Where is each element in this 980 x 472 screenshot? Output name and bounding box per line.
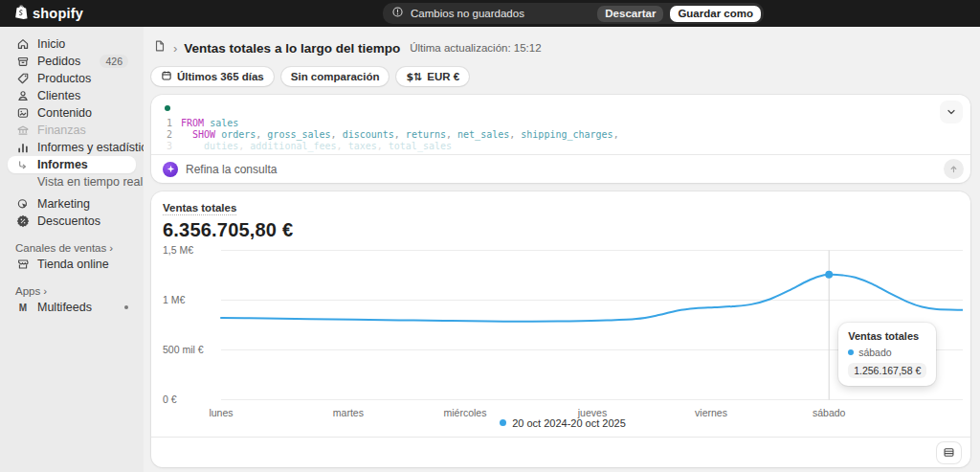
- unsaved-changes-label: Cambios no guardados: [411, 8, 590, 19]
- query-status-dot: [165, 105, 170, 111]
- discard-button[interactable]: Descartar: [597, 6, 663, 22]
- products-tag-icon: [15, 72, 30, 86]
- chart-card-footer: [151, 437, 970, 467]
- tooltip-series-label: sábado: [858, 347, 891, 358]
- svg-text:1 M€: 1 M€: [163, 294, 186, 305]
- sidebar-item-marketing[interactable]: Marketing: [8, 195, 136, 213]
- alert-circle-icon: [391, 5, 404, 22]
- page-header: › Ventas totales a lo largo del tiempo Ú…: [153, 39, 970, 56]
- customers-icon: [15, 89, 30, 103]
- metric-value: 6.356.705,80 €: [163, 219, 963, 241]
- shopifyql-query-card: 1FROM sales2 SHOW orders, gross_sales, d…: [151, 95, 970, 183]
- shopify-bag-icon: [13, 4, 28, 24]
- svg-text:M: M: [18, 303, 26, 313]
- code-line: 3 duties, additional_fees, taxes, total_…: [163, 141, 959, 152]
- online-store-icon: [15, 258, 30, 272]
- sidebar-item-pedidos[interactable]: Pedidos 426: [8, 53, 136, 70]
- shopify-wordmark: shopify: [33, 6, 83, 21]
- currency-exchange-icon: $⇅: [406, 71, 422, 83]
- finances-bank-icon: [15, 124, 30, 138]
- sub-arrow-icon: [15, 158, 30, 172]
- sidebar: Inicio Pedidos 426 Productos Clientes: [0, 27, 144, 472]
- chart-tooltip: Ventas totales sábado 1.256.167,58 €: [838, 323, 936, 386]
- sidebar-item-productos[interactable]: Productos: [8, 70, 136, 87]
- svg-text:0 €: 0 €: [163, 393, 177, 405]
- chart-area: 1,5 M€1 M€500 mil €0 €lunesmartesmiércol…: [163, 242, 963, 414]
- tooltip-value: 1.256.167,58 €: [848, 363, 926, 378]
- shopifyql-editor[interactable]: 1FROM sales2 SHOW orders, gross_sales, d…: [163, 118, 959, 152]
- total-sales-chart-card: Ventas totales 6.356.705,80 € 1,5 M€1 M€…: [151, 191, 970, 467]
- marketing-target-icon: [15, 197, 30, 212]
- svg-text:martes: martes: [333, 407, 364, 418]
- orders-icon: [15, 55, 30, 69]
- code-line: 2 SHOW orders, gross_sales, discounts, r…: [163, 129, 959, 141]
- submit-query-button[interactable]: [944, 159, 964, 179]
- sidebar-item-contenido[interactable]: Contenido: [8, 104, 136, 122]
- orders-count-badge: 426: [100, 55, 128, 68]
- svg-text:lunes: lunes: [209, 407, 233, 418]
- apps-section-header[interactable]: Apps ›: [15, 285, 128, 297]
- legend-dot: [500, 419, 506, 426]
- svg-text:jueves: jueves: [577, 407, 607, 418]
- sidebar-item-vista-en-tiempo-real[interactable]: Vista en tiempo real: [8, 173, 136, 191]
- chevron-right-icon: ›: [43, 285, 47, 297]
- main-content: › Ventas totales a lo largo del tiempo Ú…: [144, 27, 980, 472]
- discount-seal-icon: [15, 214, 30, 229]
- sidebar-item-multifeeds[interactable]: M Multifeeds: [8, 299, 136, 316]
- sidekick-ai-icon: [163, 162, 178, 177]
- svg-text:sábado: sábado: [813, 407, 846, 418]
- multifeeds-app-icon: M: [15, 301, 30, 315]
- date-range-filter[interactable]: Últimos 365 días: [151, 67, 274, 86]
- sidebar-item-descuentos[interactable]: Descuentos: [8, 213, 136, 230]
- refine-query-input[interactable]: Refina la consulta: [186, 163, 936, 176]
- svg-text:500 mil €: 500 mil €: [163, 344, 204, 355]
- metric-label[interactable]: Ventas totales: [163, 202, 236, 215]
- sidebar-item-inicio[interactable]: Inicio: [8, 35, 136, 53]
- sidebar-item-finanzas[interactable]: Finanzas: [8, 122, 136, 139]
- sidebar-item-informes-y-estadisticas[interactable]: Informes y estadísticas: [8, 139, 136, 156]
- filter-bar: Últimos 365 días Sin comparación $⇅ EUR …: [151, 67, 970, 86]
- svg-text:miércoles: miércoles: [444, 407, 487, 418]
- analytics-bars-icon: [15, 141, 30, 155]
- show-table-button[interactable]: [937, 442, 961, 463]
- app-notification-dot: [124, 305, 128, 309]
- refine-query-bar: Refina la consulta: [151, 154, 970, 183]
- comparison-filter[interactable]: Sin comparación: [281, 67, 390, 86]
- page-title: Ventas totales a lo largo del tiempo: [184, 41, 400, 56]
- sidebar-item-tienda-online[interactable]: Tienda online: [8, 256, 136, 273]
- chevron-right-icon: ›: [109, 242, 113, 254]
- sidebar-item-clientes[interactable]: Clientes: [8, 87, 136, 104]
- code-line: 1FROM sales: [163, 118, 959, 129]
- content-icon: [15, 106, 30, 121]
- calendar-icon: [161, 70, 172, 83]
- last-updated-label: Última actualización: 15:12: [410, 42, 541, 54]
- svg-text:viernes: viernes: [695, 407, 727, 418]
- save-as-button[interactable]: Guardar como: [670, 6, 761, 22]
- currency-filter[interactable]: $⇅ EUR €: [396, 67, 469, 86]
- tooltip-title: Ventas totales: [848, 330, 926, 342]
- sidebar-item-informes[interactable]: Informes: [8, 156, 136, 173]
- report-doc-icon: [153, 39, 167, 56]
- svg-text:1,5 M€: 1,5 M€: [163, 244, 193, 256]
- tooltip-series-dot: [848, 349, 854, 355]
- collapse-query-button[interactable]: [940, 101, 963, 124]
- home-icon: [15, 37, 30, 52]
- shopify-logo[interactable]: shopify: [13, 4, 83, 24]
- sales-channels-section-header[interactable]: Canales de ventas ›: [15, 242, 128, 254]
- breadcrumb-separator: ›: [173, 41, 177, 56]
- contextual-save-bar: Cambios no guardados Descartar Guardar c…: [383, 3, 764, 24]
- query-editor-section: 1FROM sales2 SHOW orders, gross_sales, d…: [151, 95, 970, 154]
- topbar: shopify Cambios no guardados Descartar G…: [0, 0, 980, 27]
